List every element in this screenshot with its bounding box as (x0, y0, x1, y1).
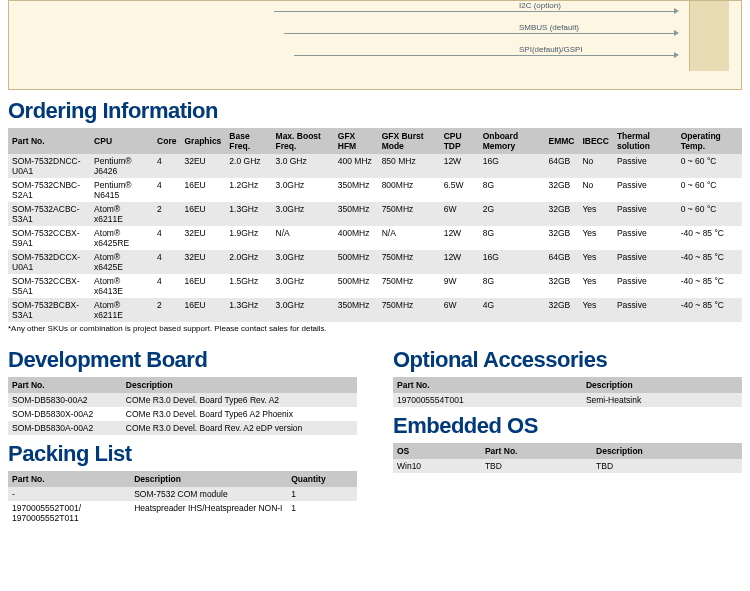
table-cell: Atom® x6211E (90, 202, 153, 226)
table-cell: Passive (613, 178, 677, 202)
table-cell: Semi-Heatsink (582, 393, 742, 407)
table-cell: -40 ~ 85 °C (677, 274, 742, 298)
table-cell: 0 ~ 60 °C (677, 154, 742, 178)
table-row: SOM-7532CCBX-S9A1Atom® x6425RE432EU1.9GH… (8, 226, 742, 250)
table-cell: 32EU (180, 226, 225, 250)
table-cell: N/A (272, 226, 334, 250)
col-cpu: CPU (90, 128, 153, 154)
table-cell: 16EU (180, 178, 225, 202)
col-thermal: Thermal solution (613, 128, 677, 154)
table-cell: SOM-7532ACBC-S3A1 (8, 202, 90, 226)
table-cell: Yes (578, 226, 612, 250)
col-basefreq: Base Freq. (225, 128, 271, 154)
table-row: SOM-DB5830X-00A2COMe R3.0 Devel. Board T… (8, 407, 357, 421)
table-cell: TBD (592, 459, 742, 473)
table-cell: Atom® x6425E (90, 250, 153, 274)
table-cell: SOM-DB5830A-00A2 (8, 421, 122, 435)
table-cell: 4G (479, 298, 545, 322)
table-cell: 2.0GHz (225, 250, 271, 274)
col-gfxhfm: GFX HFM (334, 128, 378, 154)
table-cell: 16EU (180, 202, 225, 226)
table-cell: 500MHz (334, 274, 378, 298)
col-ibecc: IBECC (578, 128, 612, 154)
table-cell: SOM-DB5830X-00A2 (8, 407, 122, 421)
table-cell: 32GB (544, 202, 578, 226)
table-cell: 350MHz (334, 202, 378, 226)
table-cell: 3.0GHz (272, 178, 334, 202)
table-cell: SOM-7532CNBC-S2A1 (8, 178, 90, 202)
packing-table: Part No. Description Quantity -SOM-7532 … (8, 471, 357, 525)
col-partno: Part No. (8, 471, 130, 487)
table-cell: 4 (153, 178, 180, 202)
table-cell: Passive (613, 226, 677, 250)
table-cell: 850 MHz (378, 154, 440, 178)
table-cell: 32GB (544, 274, 578, 298)
table-cell: Win10 (393, 459, 481, 473)
table-cell: 800MHz (378, 178, 440, 202)
table-cell: 64GB (544, 154, 578, 178)
table-cell: 16G (479, 250, 545, 274)
table-cell: No (578, 154, 612, 178)
table-cell: 1970005554T001 (393, 393, 582, 407)
table-cell: 750MHz (378, 202, 440, 226)
table-cell: 12W (440, 250, 479, 274)
table-cell: 8G (479, 178, 545, 202)
table-cell: 1.3GHz (225, 298, 271, 322)
table-cell: TBD (481, 459, 592, 473)
col-partno: Part No. (8, 128, 90, 154)
table-cell: SOM-7532DCCX-U0A1 (8, 250, 90, 274)
table-cell: 8G (479, 226, 545, 250)
table-cell: 350MHz (334, 298, 378, 322)
table-cell: 3.0GHz (272, 298, 334, 322)
table-cell: 3.0GHz (272, 274, 334, 298)
table-cell: 2.0 GHz (225, 154, 271, 178)
col-gfxburst: GFX Burst Mode (378, 128, 440, 154)
table-cell: 350MHz (334, 178, 378, 202)
bus-i2c-label: I2C (option) (519, 1, 561, 10)
table-row: SOM-DB5830A-00A2COMe R3.0 Devel. Board R… (8, 421, 357, 435)
table-row: SOM-7532CCBX-S5A1Atom® x6413E416EU1.5GHz… (8, 274, 742, 298)
table-cell: Passive (613, 250, 677, 274)
table-row: SOM-7532BCBX-S3A1Atom® x6211E216EU1.3GHz… (8, 298, 742, 322)
col-partno: Part No. (481, 443, 592, 459)
table-cell: 1 (287, 501, 357, 525)
col-partno: Part No. (8, 377, 122, 393)
table-cell: 16EU (180, 298, 225, 322)
table-cell: - (8, 487, 130, 501)
col-maxboost: Max. Boost Freq. (272, 128, 334, 154)
table-cell: SOM-7532 COM module (130, 487, 287, 501)
packing-title: Packing List (8, 441, 357, 467)
optional-table: Part No. Description 1970005554T001Semi-… (393, 377, 742, 407)
table-cell: 1.3GHz (225, 202, 271, 226)
ordering-footnote: *Any other SKUs or combination is projec… (8, 324, 742, 333)
table-cell: -40 ~ 85 °C (677, 250, 742, 274)
table-cell: Passive (613, 154, 677, 178)
table-cell: 12W (440, 154, 479, 178)
table-cell: -40 ~ 85 °C (677, 298, 742, 322)
table-cell: 0 ~ 60 °C (677, 202, 742, 226)
table-cell: COMe R3.0 Devel. Board Rev. A2 eDP versi… (122, 421, 357, 435)
table-cell: 9W (440, 274, 479, 298)
optional-title: Optional Accessories (393, 347, 742, 373)
table-cell: 2G (479, 202, 545, 226)
table-cell: 4 (153, 274, 180, 298)
col-tdp: CPU TDP (440, 128, 479, 154)
table-row: SOM-7532ACBC-S3A1Atom® x6211E216EU1.3GHz… (8, 202, 742, 226)
col-optemp: Operating Temp. (677, 128, 742, 154)
ordering-table: Part No. CPU Core Graphics Base Freq. Ma… (8, 128, 742, 322)
table-cell: SOM-7532CCBX-S5A1 (8, 274, 90, 298)
embeddedos-table: OS Part No. Description Win10TBDTBD (393, 443, 742, 473)
table-cell: Yes (578, 298, 612, 322)
table-cell: 1 (287, 487, 357, 501)
table-cell: SOM-7532CCBX-S9A1 (8, 226, 90, 250)
table-cell: 16G (479, 154, 545, 178)
table-row: 1970005552T001/ 1970005552T011Heatspread… (8, 501, 357, 525)
table-cell: 4 (153, 250, 180, 274)
devboard-title: Development Board (8, 347, 357, 373)
table-cell: Yes (578, 250, 612, 274)
col-desc: Description (582, 377, 742, 393)
table-cell: Atom® x6211E (90, 298, 153, 322)
table-cell: 32GB (544, 298, 578, 322)
col-desc: Description (592, 443, 742, 459)
table-cell: 750MHz (378, 250, 440, 274)
